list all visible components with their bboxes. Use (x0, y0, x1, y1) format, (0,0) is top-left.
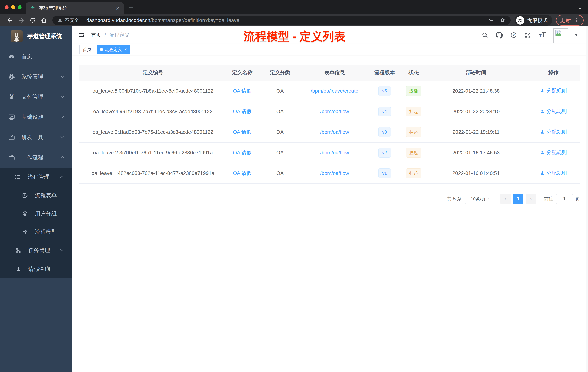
sidebar-item-label: 请假查询 (28, 265, 50, 273)
user-icon (540, 88, 545, 93)
form-link[interactable]: /bpm/oa/flow (320, 150, 349, 155)
chevron-down-icon (60, 136, 64, 139)
reload-button[interactable] (30, 17, 36, 23)
chevron-down-icon (488, 198, 492, 200)
form-link[interactable]: /bpm/oa/leave/create (311, 88, 358, 94)
warning-triangle-icon (57, 17, 63, 23)
breadcrumb-home[interactable]: 首页 (91, 32, 101, 39)
table-row: oa_leave:2:3c1f0ef1-76b1-11ec-9c66-a2380… (79, 142, 580, 163)
column-header: 部署时间 (425, 65, 527, 81)
scrollbar[interactable] (586, 26, 588, 372)
home-button[interactable] (41, 17, 47, 23)
definition-name-link[interactable]: OA 请假 (233, 109, 252, 114)
status-badge: 挂起 (406, 168, 421, 178)
incognito-icon (516, 16, 524, 25)
prev-page-button[interactable]: ‹ (500, 194, 511, 204)
status-badge: 激活 (406, 86, 421, 96)
briefcase-icon (8, 154, 15, 161)
cell-category: OA (258, 142, 302, 163)
sidebar-item-system[interactable]: 系统管理 (0, 67, 72, 87)
column-header: 定义名称 (226, 65, 258, 81)
assign-rule-link[interactable]: 分配规则 (540, 149, 567, 156)
definition-name-link[interactable]: OA 请假 (233, 170, 252, 176)
sidebar-item-process-model[interactable]: 流程模型 (0, 223, 72, 241)
sidebar-item-payment[interactable]: ¥ 支付管理 (0, 87, 72, 107)
user-icon (540, 109, 545, 114)
bookmark-star-icon[interactable] (500, 17, 505, 23)
definition-name-link[interactable]: OA 请假 (233, 88, 252, 94)
goto-label: 前往 (544, 196, 554, 202)
assign-rule-link[interactable]: 分配规则 (540, 87, 567, 94)
sidebar-item-task-management[interactable]: 任务管理 (0, 241, 72, 260)
paper-plane-icon (21, 229, 29, 235)
sidebar-item-home[interactable]: 首页 (0, 46, 72, 67)
help-icon[interactable]: ? (510, 32, 517, 38)
browser-toolbar: 不安全 dashboard.yudao.iocoder.cn/bpm/manag… (0, 14, 588, 26)
user-avatar[interactable] (554, 28, 568, 43)
tag-process-definition[interactable]: 流程定义 × (97, 45, 130, 54)
user-icon (15, 266, 22, 272)
back-button[interactable] (7, 17, 13, 23)
forward-button[interactable] (18, 17, 24, 23)
page-1-button[interactable]: 1 (513, 194, 523, 204)
chevron-up-icon (60, 156, 64, 159)
form-link[interactable]: /bpm/oa/flow (320, 109, 349, 114)
assign-rule-link[interactable]: 分配规则 (540, 108, 567, 115)
sidebar-item-user-group[interactable]: 用户分组 (0, 205, 72, 223)
sidebar-item-label: 流程模型 (35, 228, 57, 236)
font-size-icon[interactable]: TT (539, 31, 546, 39)
tag-close-icon[interactable]: × (124, 47, 127, 52)
workflow-submenu: 流程管理 流程表单 用户分组 流程模型 任务管理 (0, 168, 72, 278)
status-badge: 挂起 (406, 107, 421, 117)
incognito-label: 无痕模式 (527, 17, 548, 24)
browser-tab[interactable]: 芋道管理系统 × (26, 2, 124, 14)
goto-unit: 页 (575, 196, 580, 202)
new-tab-button[interactable]: + (128, 3, 134, 11)
caret-down-icon[interactable]: ▼ (574, 33, 578, 37)
definition-name-link[interactable]: OA 请假 (233, 150, 252, 155)
tab-search-icon[interactable]: ⌄ (578, 3, 583, 11)
github-icon[interactable] (496, 32, 503, 39)
sidebar-item-workflow[interactable]: 工作流程 (0, 147, 72, 168)
security-label[interactable]: 不安全 (65, 17, 79, 23)
goto-page-input[interactable] (556, 194, 573, 204)
assign-rule-link[interactable]: 分配规则 (540, 129, 567, 135)
form-link[interactable]: /bpm/oa/flow (320, 129, 349, 135)
window-minimize-button[interactable] (11, 5, 15, 9)
annotation-title: 流程模型 - 定义列表 (244, 29, 346, 44)
sidebar-item-leave-query[interactable]: 请假查询 (0, 260, 72, 278)
chevron-down-icon (60, 249, 64, 252)
sidebar-item-infrastructure[interactable]: 基础设施 (0, 107, 72, 127)
page-size-select[interactable]: 10条/页 (465, 194, 497, 204)
search-icon[interactable] (482, 32, 488, 38)
window-zoom-button[interactable] (18, 5, 22, 9)
sidebar-item-process-management[interactable]: 流程管理 (0, 168, 72, 186)
tag-home[interactable]: 首页 (79, 45, 95, 54)
fullscreen-icon[interactable] (525, 32, 531, 38)
update-button[interactable]: 更新 ⋮ (556, 15, 584, 26)
tab-close-icon[interactable]: × (116, 5, 119, 11)
column-header: 状态 (402, 65, 425, 81)
sidebar-fold-icon[interactable] (78, 32, 85, 38)
incognito-badge: 无痕模式 (514, 15, 552, 26)
key-icon[interactable] (488, 18, 494, 23)
sidebar-item-devtools[interactable]: 研发工具 (0, 127, 72, 147)
sidebar-item-process-form[interactable]: 流程表单 (0, 186, 72, 205)
address-bar[interactable]: 不安全 dashboard.yudao.iocoder.cn/bpm/manag… (52, 16, 511, 25)
cell-definition-id: oa_leave:3:1fad3d93-7b75-11ec-a3c8-acde4… (79, 122, 226, 142)
cell-category: OA (258, 101, 302, 122)
definition-name-link[interactable]: OA 请假 (233, 129, 252, 135)
cell-category: OA (258, 122, 302, 142)
table-row: oa_leave:4:991f2193-7b7f-11ec-a3c8-acde4… (79, 101, 580, 122)
cell-deploy-time: 2022-01-16 01:40:51 (425, 163, 527, 184)
assign-rule-link[interactable]: 分配规则 (540, 170, 567, 176)
sidebar-item-label: 工作流程 (21, 154, 43, 161)
pagination-total: 共 5 条 (447, 196, 462, 202)
next-page-button[interactable]: › (526, 194, 536, 204)
window-close-button[interactable] (5, 5, 9, 9)
column-header: 定义分类 (258, 65, 302, 81)
sidebar-logo[interactable]: 芋道管理系统 (0, 26, 72, 46)
dashboard-icon (8, 53, 15, 60)
kebab-menu-icon[interactable]: ⋮ (574, 17, 580, 23)
form-link[interactable]: /bpm/oa/flow (320, 170, 349, 176)
